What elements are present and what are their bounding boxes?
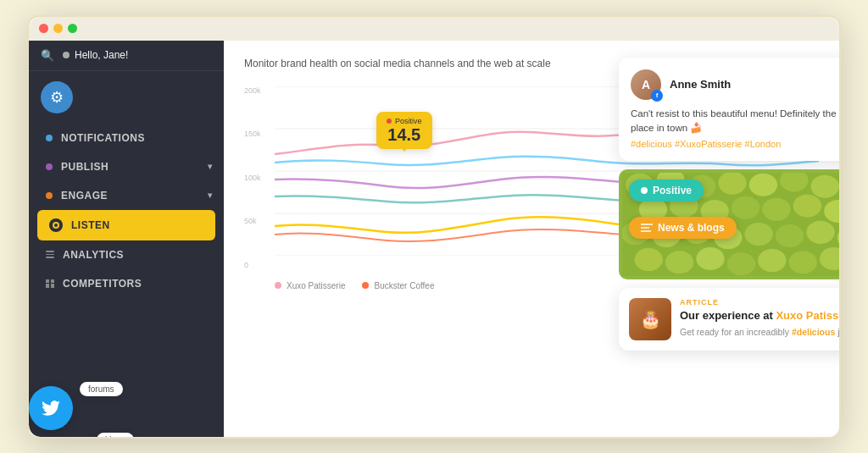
tooltip-value: 14.5 (387, 125, 422, 144)
sidebar-item-publish[interactable]: PUBLISH ▾ (29, 152, 224, 181)
article-content: ARTICLE Our experience at Xuxo Patisseri… (680, 298, 839, 337)
tooltip-dot (387, 119, 392, 124)
svg-point-34 (696, 247, 724, 270)
chevron-publish: ▾ (208, 162, 213, 171)
article-title: Our experience at Xuxo Patisserie! (680, 309, 839, 323)
sidebar-item-analytics[interactable]: ANALYTICS (29, 240, 224, 269)
y-label-0: 0 (244, 261, 261, 269)
legend-dot-buckster (362, 282, 369, 289)
maximize-dot[interactable] (68, 24, 77, 33)
article-card: 🎂 ARTICLE Our experience at Xuxo Patisse… (619, 288, 839, 351)
svg-point-33 (665, 251, 693, 273)
svg-point-18 (732, 196, 760, 219)
image-with-pills: Positive News & blogs (619, 169, 839, 279)
svg-point-35 (727, 252, 755, 275)
svg-point-10 (749, 174, 777, 196)
article-label: ARTICLE (680, 298, 839, 307)
nav-dot-notifications (46, 135, 53, 141)
listen-icon (49, 218, 63, 232)
browser-window: 🔍 Hello, Jane! ⚙ NOTIFICATIONS PUBLISH ▾ (27, 15, 841, 439)
nav-dot-publish (46, 163, 53, 170)
post-text: Can't resist to this beautiful menu! Def… (631, 107, 839, 136)
sidebar-item-listen[interactable]: LISTEN (37, 210, 215, 240)
svg-point-12 (811, 175, 839, 198)
minimize-dot[interactable] (53, 24, 63, 33)
positive-dot (641, 187, 648, 194)
status-dot (63, 52, 70, 58)
svg-point-36 (758, 249, 786, 272)
chevron-engage: ▾ (208, 191, 213, 200)
browser-titlebar (29, 17, 839, 41)
post-hashtags: #delicious #XuxoPatisserie #London (631, 139, 839, 149)
blogs-label: blogs (97, 433, 134, 437)
close-dot[interactable] (39, 24, 48, 33)
svg-point-37 (789, 251, 817, 273)
positive-pill[interactable]: Positive (629, 180, 704, 202)
sidebar: 🔍 Hello, Jane! ⚙ NOTIFICATIONS PUBLISH ▾ (29, 41, 224, 437)
y-label-50k: 50k (244, 217, 261, 225)
y-label-100k: 100k (244, 174, 261, 182)
chart-title: Monitor brand health on social media cha… (244, 58, 551, 69)
post-card: A f Anne Smith Can't resist to this beau… (619, 58, 839, 162)
y-label-200k: 200k (244, 86, 261, 95)
sidebar-item-competitors[interactable]: COMPETITORS (29, 269, 224, 298)
sidebar-header: 🔍 Hello, Jane! (29, 41, 224, 71)
logo-area: ⚙ (29, 71, 224, 124)
nav-dot-engage (46, 192, 53, 199)
svg-point-27 (745, 223, 773, 246)
svg-point-32 (635, 248, 663, 271)
svg-point-19 (762, 198, 790, 221)
right-panel: A f Anne Smith Can't resist to this beau… (619, 58, 839, 351)
svg-point-20 (793, 195, 821, 218)
legend-dot-xuxo (275, 282, 281, 289)
browser-body: 🔍 Hello, Jane! ⚙ NOTIFICATIONS PUBLISH ▾ (29, 41, 839, 437)
tooltip-label: Positive (387, 117, 422, 125)
twitter-icon[interactable] (29, 386, 73, 430)
forums-label: forums (80, 382, 123, 396)
greeting-text: Hello, Jane! (63, 49, 128, 61)
logo-icon: ⚙ (41, 81, 73, 113)
competitors-icon (46, 279, 54, 288)
news-blogs-pill[interactable]: News & blogs (629, 217, 737, 239)
search-icon[interactable]: 🔍 (41, 49, 54, 62)
svg-point-29 (806, 221, 834, 244)
sidebar-item-engage[interactable]: ENGAGE ▾ (29, 181, 224, 210)
svg-point-28 (776, 224, 804, 247)
chart-tooltip: Positive 14.5 (376, 112, 432, 149)
y-axis: 0 50k 100k 150k 200k (244, 86, 261, 273)
main-content: Monitor brand health on social media cha… (224, 41, 839, 437)
facebook-badge: f (651, 90, 663, 102)
legend-buckster: Buckster Coffee (362, 281, 434, 290)
y-label-150k: 150k (244, 130, 261, 138)
article-description: Get ready for an increadibly #delicious … (680, 327, 839, 337)
author-name: Anne Smith (670, 78, 731, 91)
analytics-icon (46, 251, 54, 258)
legend-xuxo: Xuxo Patisserie (275, 281, 345, 290)
avatar-wrap: A f (631, 69, 661, 100)
article-thumbnail: 🎂 (629, 298, 671, 340)
post-header: A f Anne Smith (631, 69, 839, 100)
sidebar-item-notifications[interactable]: NOTIFICATIONS (29, 124, 224, 152)
